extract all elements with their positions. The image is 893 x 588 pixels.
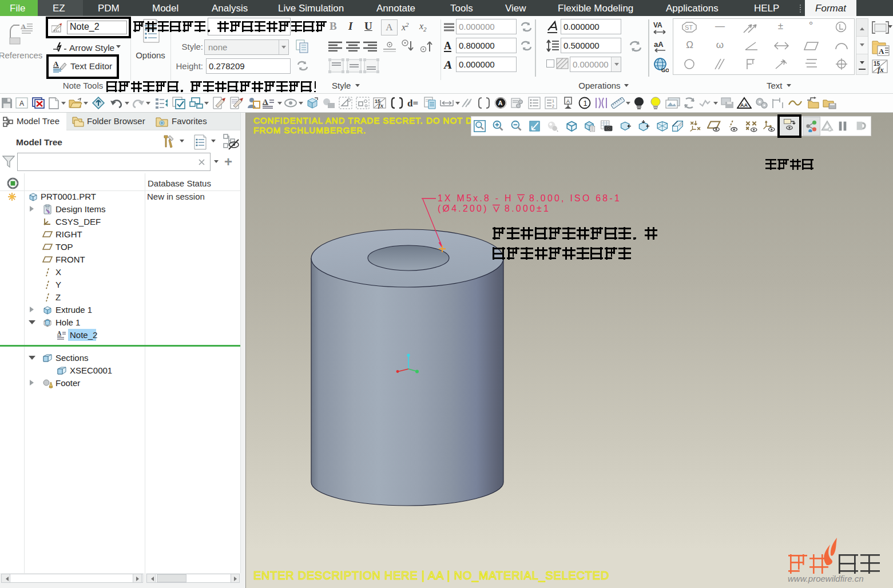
svg-text:A: A	[498, 100, 503, 106]
svg-text:fx: fx	[878, 65, 884, 74]
svg-text:2: 2	[552, 104, 554, 108]
svg-text:VA: VA	[653, 21, 662, 29]
svg-text:A: A	[879, 47, 884, 55]
svg-text:d=: d=	[407, 98, 418, 109]
svg-text:GO: GO	[661, 67, 669, 73]
svg-text:ST: ST	[685, 24, 693, 31]
svg-text:A: A	[19, 100, 24, 108]
svg-text:1: 1	[552, 99, 554, 103]
svg-text:A: A	[53, 60, 59, 68]
svg-text:A: A	[21, 22, 26, 31]
svg-text:fx: fx	[378, 102, 384, 109]
svg-text:A: A	[566, 98, 570, 104]
svg-text:1: 1	[584, 99, 588, 108]
svg-text:aA: aA	[654, 40, 664, 49]
svg-text:AA: AA	[740, 102, 748, 108]
svg-text:A: A	[57, 330, 62, 336]
